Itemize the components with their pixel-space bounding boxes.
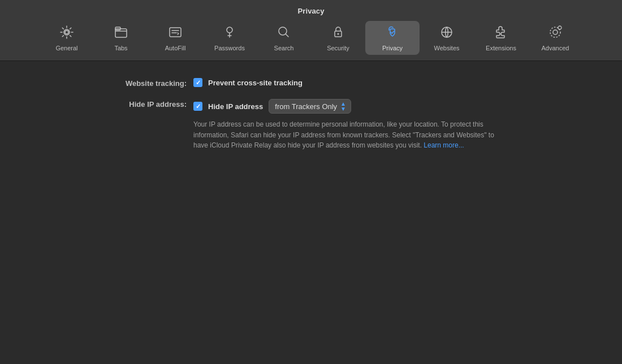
search-icon (276, 24, 292, 42)
dropdown-value: from Trackers Only (275, 102, 337, 111)
svg-point-1 (65, 31, 68, 34)
tab-security[interactable]: Security (311, 21, 365, 55)
privacy-icon (385, 24, 400, 42)
tab-extensions[interactable]: Extensions (474, 21, 528, 55)
tab-privacy[interactable]: Privacy (365, 21, 420, 55)
hide-ip-checkbox-box: ✓ (193, 102, 202, 111)
hide-ip-control: ✓ Hide IP address from Trackers Only ▲ ▼ (193, 99, 499, 114)
tab-advanced-label: Advanced (542, 45, 569, 51)
tabs-icon (113, 24, 129, 42)
tab-websites-label: Websites (434, 45, 459, 51)
security-icon (330, 24, 346, 42)
hide-ip-checkbox[interactable]: ✓ (193, 102, 202, 111)
content-area: Website tracking: ✓ Prevent cross-site t… (0, 61, 622, 364)
tab-search-label: Search (274, 45, 294, 51)
tab-advanced[interactable]: Advanced (528, 21, 582, 55)
website-tracking-label: Website tracking: (96, 78, 187, 88)
tab-autofill[interactable]: AutoFill (148, 21, 202, 55)
svg-rect-4 (170, 28, 181, 37)
tab-websites[interactable]: Websites (420, 21, 474, 55)
tab-search[interactable]: Search (257, 21, 311, 55)
autofill-icon (167, 24, 183, 42)
website-tracking-control: ✓ Prevent cross-site tracking (193, 78, 303, 87)
settings-section: Website tracking: ✓ Prevent cross-site t… (96, 78, 526, 151)
tab-tabs-label: Tabs (114, 45, 127, 51)
tab-privacy-label: Privacy (382, 45, 403, 51)
checkbox-checked: ✓ (193, 78, 202, 87)
website-tracking-row: Website tracking: ✓ Prevent cross-site t… (96, 78, 526, 88)
tab-autofill-label: AutoFill (165, 45, 186, 51)
general-icon (59, 24, 75, 42)
checkmark-icon: ✓ (196, 80, 201, 86)
svg-point-5 (227, 27, 232, 33)
toolbar-title: Privacy (298, 7, 325, 15)
tab-passwords[interactable]: Passwords (202, 21, 257, 55)
learn-more-link[interactable]: Learn more... (424, 141, 464, 149)
dropdown-arrows-icon: ▲ ▼ (340, 101, 346, 111)
tab-security-label: Security (327, 45, 349, 51)
svg-point-10 (553, 30, 558, 34)
svg-point-8 (338, 33, 339, 35)
toolbar-items: General Tabs (40, 21, 582, 55)
hide-ip-row: Hide IP address: ✓ Hide IP address from … (96, 99, 526, 151)
hide-ip-label: Hide IP address: (96, 99, 187, 109)
extensions-icon (493, 24, 509, 42)
tab-tabs[interactable]: Tabs (94, 21, 148, 55)
svg-point-12 (558, 26, 561, 29)
checkmark-icon: ✓ (196, 103, 201, 110)
advanced-icon (547, 24, 563, 42)
toolbar: Privacy General (0, 0, 622, 61)
tab-general-label: General (55, 45, 77, 51)
website-tracking-checkbox[interactable]: ✓ (193, 78, 202, 87)
hide-ip-dropdown[interactable]: from Trackers Only ▲ ▼ (269, 99, 351, 114)
tab-extensions-label: Extensions (486, 45, 516, 51)
preferences-window: Privacy General (0, 0, 622, 364)
website-tracking-text: Prevent cross-site tracking (208, 79, 303, 87)
tab-general[interactable]: General (40, 21, 94, 55)
hide-ip-text: Hide IP address (208, 102, 263, 111)
websites-icon (439, 24, 455, 42)
passwords-icon (222, 24, 237, 42)
tab-passwords-label: Passwords (214, 45, 245, 51)
hide-ip-description: Your IP address can be used to determine… (193, 119, 499, 151)
